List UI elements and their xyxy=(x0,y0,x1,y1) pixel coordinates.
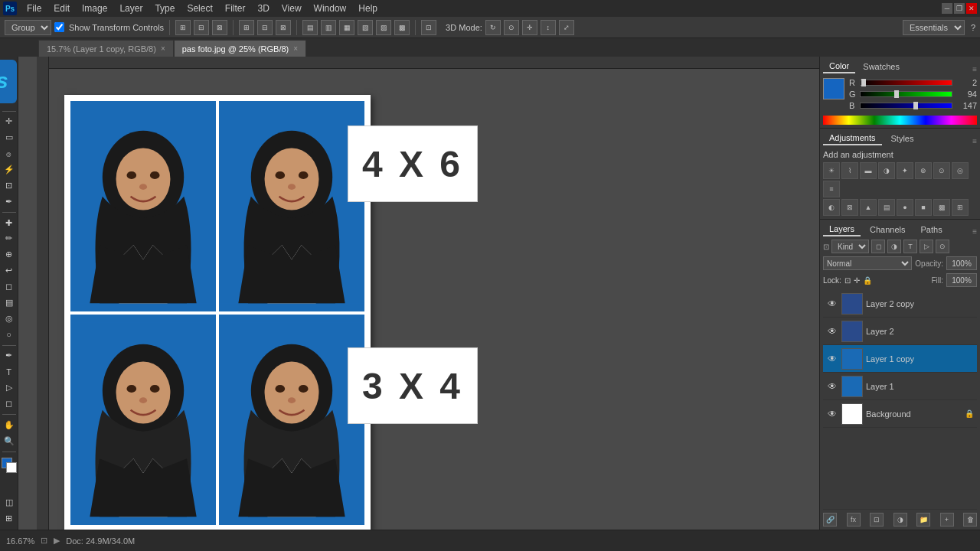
adj-photofilter[interactable]: ◎ xyxy=(952,162,969,179)
add-mask-btn[interactable]: ⊡ xyxy=(870,513,884,527)
color-preview[interactable] xyxy=(823,78,844,99)
menu-file[interactable]: File xyxy=(21,2,47,15)
visibility-2[interactable]: 👁 xyxy=(826,325,838,337)
g-thumb[interactable] xyxy=(894,90,899,98)
layer-item-bg[interactable]: 👁 Background 🔒 xyxy=(823,400,977,428)
transform-checkbox[interactable] xyxy=(54,22,64,32)
eyedropper-tool[interactable]: ✒ xyxy=(2,194,17,209)
opacity-input[interactable] xyxy=(946,256,977,270)
gradient-tool[interactable]: ▤ xyxy=(2,295,17,310)
clone-tool[interactable]: ⊕ xyxy=(2,247,17,262)
layer-item-1[interactable]: 👁 Layer 1 xyxy=(823,373,977,400)
layer-item-2[interactable]: 👁 Layer 2 xyxy=(823,318,977,345)
lock-position-icon[interactable]: ✛ xyxy=(854,276,860,285)
distribute-left-btn[interactable]: ▤ xyxy=(302,20,318,35)
tab-layer1copy[interactable]: 15.7% (Layer 1 copy, RGB/8) × xyxy=(38,40,174,57)
distribute-mid-btn[interactable]: ▨ xyxy=(376,20,391,35)
visibility-2copy[interactable]: 👁 xyxy=(826,298,838,310)
3d-roll-btn[interactable]: ⊙ xyxy=(504,20,519,35)
menu-3d[interactable]: 3D xyxy=(252,2,274,15)
menu-type[interactable]: Type xyxy=(149,2,180,15)
dodge-tool[interactable]: ○ xyxy=(2,328,17,342)
adj-posterize[interactable]: ⊠ xyxy=(841,199,858,216)
filter-type-btn[interactable]: T xyxy=(903,240,917,253)
adj-channelmix[interactable]: ≡ xyxy=(823,181,840,197)
quick-mask-btn[interactable]: ◫ xyxy=(2,495,17,510)
mode-select[interactable]: Group xyxy=(5,20,51,35)
tab-close-0[interactable]: × xyxy=(161,44,165,53)
auto-align-btn[interactable]: ⊡ xyxy=(421,20,436,35)
adj-hsl[interactable]: ⊕ xyxy=(915,162,932,179)
healing-tool[interactable]: ✚ xyxy=(2,216,17,230)
filter-adj-btn[interactable]: ◑ xyxy=(887,240,901,253)
zoom-tool[interactable]: 🔍 xyxy=(2,434,17,448)
blur-tool[interactable]: ◎ xyxy=(2,311,17,326)
tab-color[interactable]: Color xyxy=(823,60,855,73)
filter-pixel-btn[interactable]: ◻ xyxy=(871,240,885,253)
visibility-1copy[interactable]: 👁 xyxy=(826,353,838,365)
filter-smartobj-btn[interactable]: ⊙ xyxy=(936,240,949,253)
menu-view[interactable]: View xyxy=(276,2,307,15)
adj-solid-color[interactable]: ■ xyxy=(915,199,932,216)
hand-tool[interactable]: ✋ xyxy=(2,418,17,432)
history-brush[interactable]: ↩ xyxy=(2,263,17,278)
adj-panel-menu[interactable]: ≡ xyxy=(972,137,977,145)
align-left-btn[interactable]: ⊞ xyxy=(175,20,191,35)
text-tool[interactable]: T xyxy=(2,364,17,379)
essentials-select[interactable]: Essentials xyxy=(903,20,965,35)
align-right-btn[interactable]: ⊠ xyxy=(212,20,227,35)
delete-layer-btn[interactable]: 🗑 xyxy=(963,513,977,527)
lasso-tool[interactable]: ⌾ xyxy=(2,146,17,161)
visibility-bg[interactable]: 👁 xyxy=(826,408,838,420)
menu-filter[interactable]: Filter xyxy=(220,2,251,15)
align-center-v-btn[interactable]: ⊟ xyxy=(257,20,273,35)
tab-pasfoto[interactable]: pas foto.jpg @ 25% (RGB/8) × xyxy=(174,40,306,57)
fill-input[interactable] xyxy=(946,273,977,287)
layer-item-1copy[interactable]: 👁 Layer 1 copy xyxy=(823,345,977,373)
adj-vibrance[interactable]: ✦ xyxy=(897,162,913,179)
menu-help[interactable]: Help xyxy=(353,2,383,15)
3d-scale-btn[interactable]: ⤢ xyxy=(559,20,574,35)
marquee-tool[interactable]: ▭ xyxy=(2,130,17,145)
adj-levels[interactable]: ▬ xyxy=(860,162,877,179)
tab-paths[interactable]: Paths xyxy=(915,223,949,236)
restore-button[interactable]: ❐ xyxy=(954,3,965,14)
menu-select[interactable]: Select xyxy=(181,2,217,15)
adj-brightness[interactable]: ☀ xyxy=(823,162,840,179)
tab-swatches[interactable]: Swatches xyxy=(857,60,906,73)
adj-pattern[interactable]: ⊞ xyxy=(952,199,969,216)
align-bottom-btn[interactable]: ⊠ xyxy=(276,20,291,35)
adj-exposure[interactable]: ◑ xyxy=(878,162,895,179)
filter-select[interactable]: Kind xyxy=(831,240,869,253)
adj-invert[interactable]: ◐ xyxy=(823,199,840,216)
filter-shape-btn[interactable]: ▷ xyxy=(920,240,933,253)
adj-gradient-map[interactable]: ▤ xyxy=(878,199,895,216)
menu-layer[interactable]: Layer xyxy=(114,2,148,15)
eraser-tool[interactable]: ◻ xyxy=(2,279,17,294)
adj-gradient[interactable]: ▩ xyxy=(933,199,950,216)
color-spectrum[interactable] xyxy=(823,116,977,125)
crop-tool[interactable]: ⊡ xyxy=(2,178,17,193)
layer-item-2copy[interactable]: 👁 Layer 2 copy xyxy=(823,290,977,318)
help-icon[interactable]: ? xyxy=(971,23,975,32)
tab-layers[interactable]: Layers xyxy=(823,223,861,236)
distribute-center-btn[interactable]: ▥ xyxy=(321,20,336,35)
lock-pixel-icon[interactable]: ⊡ xyxy=(844,276,851,285)
close-button[interactable]: ✕ xyxy=(966,3,977,14)
add-effect-btn[interactable]: fx xyxy=(847,513,861,527)
adj-selective-color[interactable]: ● xyxy=(897,199,913,216)
3d-pan-btn[interactable]: ✛ xyxy=(522,20,537,35)
r-thumb[interactable] xyxy=(861,79,866,86)
minimize-button[interactable]: ─ xyxy=(942,3,952,14)
3d-slide-btn[interactable]: ↕ xyxy=(541,20,556,35)
path-tool[interactable]: ▷ xyxy=(2,380,17,395)
menu-window[interactable]: Window xyxy=(309,2,352,15)
distribute-top-btn[interactable]: ▧ xyxy=(358,20,373,35)
3d-rotate-btn[interactable]: ↻ xyxy=(485,20,501,35)
menu-edit[interactable]: Edit xyxy=(48,2,75,15)
tab-adjustments[interactable]: Adjustments xyxy=(823,132,882,145)
visibility-1[interactable]: 👁 xyxy=(826,380,838,393)
distribute-bottom-btn[interactable]: ▩ xyxy=(394,20,410,35)
align-center-h-btn[interactable]: ⊟ xyxy=(194,20,209,35)
tab-channels[interactable]: Channels xyxy=(864,223,911,236)
